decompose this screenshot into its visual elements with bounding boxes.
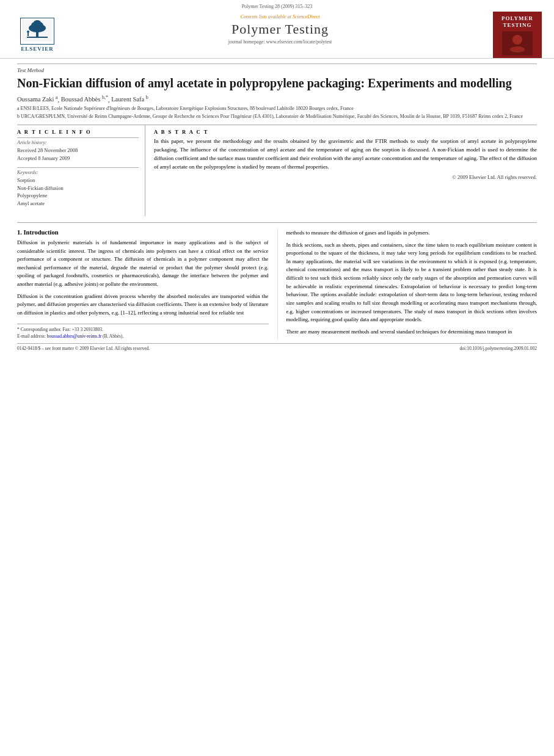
science-direct-link: Contents lists available at ScienceDirec…: [67, 14, 493, 20]
logo-box: [20, 18, 54, 45]
page: Polymer Testing 28 (2009) 315–323: [0, 0, 554, 756]
article-title: Non-Fickian diffusion of amyl acetate in…: [17, 76, 537, 91]
article-received: Received 28 November 2008: [17, 147, 139, 154]
affiliation-b: b URCA/GRESPI/LMN, Université de Reims C…: [17, 113, 537, 120]
journal-header: Polymer Testing 28 (2009) 315–323: [0, 0, 554, 59]
article-accepted: Accepted 8 January 2009: [17, 154, 139, 162]
right-para2: In thick sections, such as sheets, pipes…: [286, 241, 538, 324]
article-info-row: A R T I C L E I N F O Article history: R…: [17, 125, 537, 216]
intro-para1: Diffusion in polymeric materials is of f…: [17, 239, 269, 289]
footnote-email: E-mail address: boussad.abbes@univ-reims…: [17, 333, 269, 340]
body-content: 1. Introduction Diffusion in polymeric m…: [17, 222, 537, 340]
keyword-2: Non-Fickian diffusion: [17, 184, 139, 192]
journal-meta-top: Polymer Testing 28 (2009) 315–323: [12, 4, 542, 9]
badge-logo-icon: [502, 31, 533, 56]
body-right-column: methods to measure the diffusion of gase…: [277, 229, 538, 340]
journal-title: Polymer Testing: [67, 21, 493, 37]
keyword-3: Polypropylene: [17, 192, 139, 200]
science-direct-name[interactable]: ScienceDirect: [293, 14, 320, 20]
polymer-testing-badge: POLYMER TESTING: [493, 12, 542, 58]
authors-line: Oussama Zaki a, Boussad Abbès b,*, Laure…: [17, 95, 537, 103]
svg-point-10: [510, 46, 525, 53]
elsevier-tree-icon: [22, 20, 53, 42]
article-abstract-block: A B S T R A C T In this paper, we presen…: [145, 125, 537, 216]
header-inner: ELSEVIER Contents lists available at Sci…: [12, 12, 542, 58]
right-para3: There are many measurement methods and s…: [286, 328, 538, 336]
author-safa: Laurent Safa b: [111, 96, 148, 103]
article-info-heading: A R T I C L E I N F O: [17, 129, 139, 135]
keywords-label: Keywords:: [17, 170, 139, 175]
abstract-heading: A B S T R A C T: [154, 129, 537, 135]
email-link[interactable]: boussad.abbes@univ-reims.fr: [47, 333, 101, 339]
keyword-4: Amyl acetate: [17, 200, 139, 208]
journal-issue: Polymer Testing 28 (2009) 315–323: [242, 4, 313, 9]
intro-para2: Diffusion is the concentration gradient …: [17, 293, 269, 318]
section-title: Introduction: [24, 229, 59, 236]
journal-homepage: journal homepage: www.elsevier.com/locat…: [67, 39, 493, 45]
elsevier-label: ELSEVIER: [21, 46, 54, 52]
svg-rect-7: [27, 33, 29, 36]
svg-rect-1: [27, 37, 48, 38]
badge-logo: [502, 31, 533, 56]
keywords-block: Keywords: Sorption Non-Fickian diffusion…: [17, 170, 139, 208]
right-para1: methods to measure the diffusion of gase…: [286, 229, 538, 238]
article-info-left: A R T I C L E I N F O Article history: R…: [17, 125, 145, 216]
svg-point-5: [34, 20, 41, 25]
footnote-rule: * Corresponding author. Fax: +33 3 26913…: [17, 324, 269, 340]
abstract-text: In this paper, we present the methodolog…: [154, 137, 537, 172]
svg-point-6: [27, 31, 29, 33]
article-history-label: Article history:: [17, 140, 139, 145]
main-content: Test Method Non-Fickian diffusion of amy…: [0, 59, 554, 357]
keyword-1: Sorption: [17, 176, 139, 184]
footer-issn: 0142-9418/$ – see front matter © 2009 El…: [17, 346, 150, 351]
section-type-label: Test Method: [17, 64, 537, 73]
journal-center: Contents lists available at ScienceDirec…: [67, 12, 493, 58]
svg-point-9: [512, 35, 522, 45]
author-abbes: Boussad Abbès b,*: [61, 96, 108, 103]
author-zaki: Oussama Zaki a: [17, 96, 58, 103]
body-left-column: 1. Introduction Diffusion in polymeric m…: [17, 229, 277, 340]
copyright-line: © 2009 Elsevier Ltd. All rights reserved…: [154, 174, 537, 180]
section-number: 1.: [17, 229, 22, 236]
affiliation-a: a ENSI B/LEES, Ecole Nationale Supérieur…: [17, 105, 537, 112]
page-footer: 0142-9418/$ – see front matter © 2009 El…: [17, 343, 537, 351]
footnote-corresponding: * Corresponding author. Fax: +33 3 26913…: [17, 326, 269, 333]
badge-title-line1: POLYMER TESTING: [501, 15, 533, 29]
article-history-block: Article history: Received 28 November 20…: [17, 140, 139, 162]
contents-list-text: Contents lists available at: [241, 14, 291, 20]
elsevier-logo: ELSEVIER: [12, 12, 67, 58]
footer-doi: doi:10.1016/j.polymertesting.2009.01.002: [460, 346, 537, 351]
affiliations: a ENSI B/LEES, Ecole Nationale Supérieur…: [17, 105, 537, 120]
introduction-heading: 1. Introduction: [17, 229, 269, 236]
